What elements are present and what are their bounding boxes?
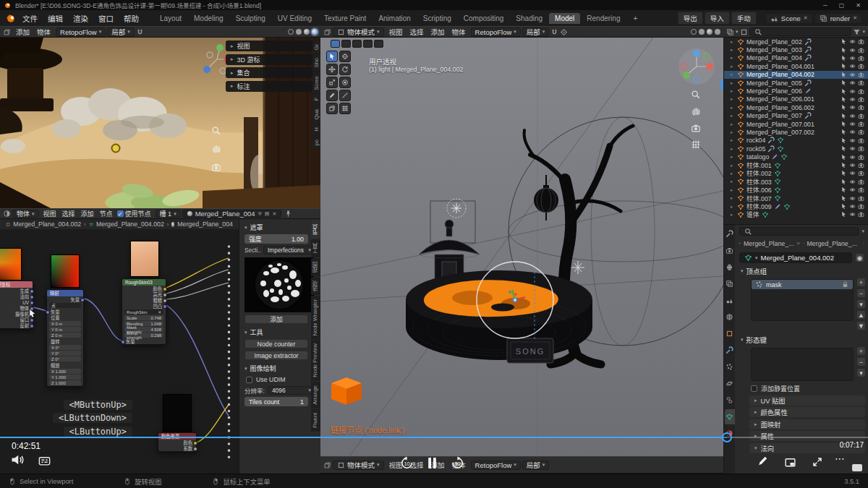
node-row[interactable]: Y 0 m xyxy=(49,327,81,332)
outliner-row[interactable]: ▸ rock05 xyxy=(724,145,868,153)
sidebar-tab[interactable]: Node Preview xyxy=(311,340,320,381)
sidebar-tab[interactable]: Node Wrangler xyxy=(311,296,320,339)
overlay-menu-item[interactable]: ▸ 集合 xyxy=(226,67,312,78)
selectable-toggle-icon[interactable] xyxy=(841,145,847,152)
hide-eye-toggle-icon[interactable] xyxy=(849,72,856,78)
hide-eye-toggle-icon[interactable] xyxy=(849,104,856,111)
outliner-row[interactable]: ▸ Merged_Plane_007.002 xyxy=(724,128,868,136)
shader-menu[interactable]: 节点 xyxy=(97,209,116,218)
edit-pencil-icon[interactable] xyxy=(757,455,769,467)
sidebar-tab[interactable]: 工具 xyxy=(311,239,320,257)
selectable-toggle-icon[interactable] xyxy=(841,63,847,69)
hide-eye-toggle-icon[interactable] xyxy=(849,121,856,127)
player-mini-thumb[interactable] xyxy=(852,464,862,471)
node-row[interactable]: Y 1.000 xyxy=(49,374,81,380)
collapsed-panel[interactable]: ▸面映射 xyxy=(749,419,865,429)
select-box-button[interactable] xyxy=(341,40,351,48)
side-tab[interactable]: H xyxy=(312,124,320,134)
render-camera-toggle-icon[interactable] xyxy=(858,38,864,45)
render-camera-toggle-icon[interactable] xyxy=(858,170,864,176)
ramp-node[interactable]: 颜色渐变 颜色系数 xyxy=(158,432,197,452)
properties-tab-tool-icon[interactable] xyxy=(726,230,733,238)
hide-eye-toggle-icon[interactable] xyxy=(849,88,856,95)
properties-options-icon[interactable]: ▾ xyxy=(861,228,864,234)
selectable-toggle-icon[interactable] xyxy=(841,187,847,193)
outliner-row[interactable]: ▸ Merged_Plane_002 xyxy=(724,38,868,46)
node-row[interactable]: Y 0° xyxy=(49,351,81,356)
resolution-dropdown[interactable]: 4096▾ xyxy=(268,386,315,395)
selectable-toggle-icon[interactable] xyxy=(841,162,847,168)
render-camera-toggle-icon[interactable] xyxy=(858,104,864,111)
axis-gizmo[interactable] xyxy=(678,48,715,85)
render-camera-toggle-icon[interactable] xyxy=(858,145,864,152)
selectable-toggle-icon[interactable] xyxy=(841,170,847,176)
hide-eye-toggle-icon[interactable] xyxy=(849,145,856,152)
shader-menu[interactable]: 选择 xyxy=(59,209,78,218)
hide-eye-toggle-icon[interactable] xyxy=(849,203,856,210)
editor-type-icon[interactable] xyxy=(323,28,331,36)
lock-icon[interactable] xyxy=(841,281,849,288)
tool-extra[interactable] xyxy=(339,103,351,114)
tool-transform[interactable] xyxy=(339,77,351,88)
node-row[interactable]: 矢量 xyxy=(47,296,83,302)
editor-type-icon[interactable] xyxy=(323,461,331,469)
sidebar-tab[interactable]: 节点 xyxy=(311,221,320,239)
node-row[interactable]: Z 0 m xyxy=(49,333,81,338)
hide-eye-toggle-icon[interactable] xyxy=(849,211,856,218)
node-output[interactable]: 反射 xyxy=(0,322,33,328)
selectable-toggle-icon[interactable] xyxy=(841,38,847,45)
outliner-row[interactable]: ▸ Merged_Plane_004.002 xyxy=(724,71,868,79)
outliner-row[interactable]: ▸ Merged_Plane_007.001 xyxy=(724,120,868,128)
workspace-tab[interactable]: Model xyxy=(549,13,580,24)
shading-solid-icon[interactable] xyxy=(699,29,705,35)
volume-icon[interactable] xyxy=(10,453,25,467)
header-menu[interactable]: 添加 xyxy=(12,27,33,37)
hide-eye-toggle-icon[interactable] xyxy=(849,137,856,144)
outliner-row[interactable]: ▸ 柱体.009 xyxy=(724,202,868,210)
collapsed-panel[interactable]: ▸颜色属性 xyxy=(749,407,865,417)
tool-rotate[interactable] xyxy=(339,64,351,75)
side-tab[interactable]: Scree xyxy=(312,72,320,94)
overlay-menu-item[interactable]: ▸ 标注 xyxy=(226,81,312,92)
node-row[interactable]: X 0° xyxy=(49,345,81,350)
udim-checkbox[interactable] xyxy=(246,377,252,383)
selectable-toggle-icon[interactable] xyxy=(841,203,847,210)
menu-item[interactable]: 窗口 xyxy=(93,12,119,25)
viewport-menu[interactable]: 添加 xyxy=(427,27,448,37)
render-camera-toggle-icon[interactable] xyxy=(858,80,864,86)
properties-tab-object-icon[interactable] xyxy=(726,330,733,338)
properties-tab-modifier-icon[interactable] xyxy=(726,346,733,354)
group-image-selector[interactable]: RoughSkin✕ xyxy=(124,309,163,314)
shading-rendered-icon[interactable] xyxy=(715,29,720,35)
workspace-tab[interactable]: Scripting xyxy=(417,13,457,24)
import-button[interactable]: 导入 xyxy=(705,12,730,25)
tool-button[interactable]: Image extractor xyxy=(244,351,308,360)
select-tweak-button[interactable] xyxy=(331,40,340,48)
overlay-menu-item[interactable]: ▸ 3D 游标 xyxy=(226,54,312,65)
imperfection-texture-preview[interactable] xyxy=(244,257,314,312)
selectable-toggle-icon[interactable] xyxy=(841,55,847,61)
zoom-icon[interactable] xyxy=(211,126,221,136)
minimize-button[interactable]: ─ xyxy=(823,2,827,9)
menu-item[interactable]: 文件 xyxy=(17,12,43,25)
material-slot-dropdown[interactable]: 槽 1▾ xyxy=(156,210,181,218)
add-workspace-button[interactable]: + xyxy=(627,13,643,24)
properties-tab-scene-icon[interactable] xyxy=(726,296,733,304)
render-camera-toggle-icon[interactable] xyxy=(858,154,864,160)
collapsed-panel[interactable]: ▸UV 贴图 xyxy=(749,395,865,406)
render-preview-viewport[interactable]: ▸ 视图 ▸ 3D 游标 ▸ 集合 ▸ 标注 GrShoScreeFQuaHpo xyxy=(0,38,320,208)
shape-key-list[interactable] xyxy=(751,348,854,381)
add-vgroup-button[interactable]: + xyxy=(856,278,866,287)
shape-keys-title[interactable]: 形态键 xyxy=(746,335,767,345)
workspace-tab[interactable]: Compositing xyxy=(458,13,510,24)
manual-button[interactable]: 手动 xyxy=(731,12,757,25)
camera-view-icon[interactable] xyxy=(691,123,701,133)
render-camera-toggle-icon[interactable] xyxy=(858,88,864,95)
hide-eye-toggle-icon[interactable] xyxy=(849,55,856,61)
hide-eye-toggle-icon[interactable] xyxy=(849,129,856,135)
snap-magnet-icon[interactable] xyxy=(136,28,144,36)
outliner-row[interactable]: ▸ Merged_Plane_004.001 xyxy=(724,62,868,70)
node-row[interactable]: X 0 m xyxy=(49,321,81,326)
viewport-menu[interactable]: 物体 xyxy=(448,27,469,37)
pan-hand-icon[interactable] xyxy=(211,144,221,154)
